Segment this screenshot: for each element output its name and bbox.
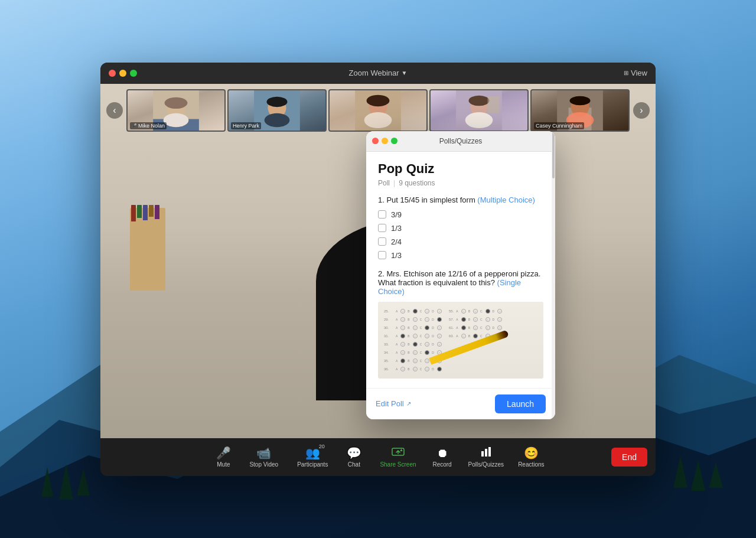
share-caret[interactable]: ▲: [399, 448, 403, 452]
thumbnail-name-mike: 🎤 Mike Nolan: [130, 122, 167, 129]
participants-button[interactable]: 👥 20 Participants: [290, 444, 335, 470]
participants-label: Participants: [297, 461, 328, 468]
chat-icon: 💬: [347, 446, 361, 460]
svg-point-21: [364, 112, 392, 128]
record-icon: ⏺: [436, 446, 448, 460]
video-icon: 📹 ▲: [256, 446, 271, 460]
thumbnail-mike-nolan[interactable]: 🎤 Mike Nolan: [126, 89, 226, 132]
mute-caret[interactable]: ▲: [226, 447, 230, 451]
thumbnail-person-3[interactable]: [328, 89, 428, 132]
stop-video-label: Stop Video: [249, 461, 278, 468]
thumbnail-casey-cunningham[interactable]: Casey Cunningham: [530, 89, 630, 132]
polls-icon: [480, 446, 492, 460]
polls-quizzes-modal: Polls/Quizzes Pop Quiz Poll | 9 question…: [366, 131, 555, 419]
checkbox-2[interactable]: [378, 224, 386, 232]
maximize-button[interactable]: [130, 70, 137, 77]
modal-minimize-button[interactable]: [382, 138, 388, 144]
mute-button[interactable]: 🎤 ▲ Mute: [204, 444, 242, 470]
launch-button[interactable]: Launch: [495, 394, 546, 413]
svg-marker-3: [41, 467, 53, 497]
svg-point-17: [265, 113, 290, 126]
checkbox-3[interactable]: [378, 237, 386, 246]
view-button[interactable]: ⊞ View: [624, 69, 647, 77]
svg-rect-35: [488, 447, 491, 457]
svg-rect-33: [481, 451, 484, 457]
modal-body: Pop Quiz Poll | 9 questions 1. Put 15/45…: [366, 152, 555, 388]
poll-meta-separator: |: [393, 179, 395, 187]
svg-point-12: [165, 97, 188, 108]
svg-rect-34: [485, 449, 487, 457]
svg-point-13: [164, 113, 189, 126]
record-button[interactable]: ⏺ Record: [423, 444, 461, 470]
end-button[interactable]: End: [611, 448, 647, 467]
answer-option-2[interactable]: 1/3: [378, 224, 543, 233]
prev-arrow[interactable]: ‹: [106, 102, 123, 119]
thumbnail-henry-park[interactable]: Henry Park: [227, 89, 327, 132]
svg-point-24: [469, 95, 490, 105]
polls-quizzes-label: Polls/Quizzes: [468, 461, 504, 468]
minimize-button[interactable]: [119, 70, 126, 77]
external-link-icon: ↗: [406, 400, 411, 407]
modal-titlebar: Polls/Quizzes: [366, 131, 555, 152]
quiz-title: Pop Quiz: [378, 161, 543, 177]
traffic-lights: [109, 70, 137, 77]
share-screen-button[interactable]: ▲ Share Screen: [373, 444, 423, 470]
title-bar: Zoom Webinar ▼ ⊞ View: [100, 63, 656, 84]
chat-label: Chat: [348, 461, 360, 468]
svg-marker-7: [691, 460, 705, 491]
close-button[interactable]: [109, 70, 116, 77]
svg-marker-5: [77, 468, 90, 495]
checkbox-4[interactable]: [378, 251, 386, 259]
edit-poll-label: Edit Poll: [376, 399, 404, 408]
answer-option-4[interactable]: 1/3: [378, 251, 543, 260]
question-2-text: 2. Mrs. Etchison ate 12/16 of a pepperon…: [378, 269, 543, 296]
modal-maximize-button[interactable]: [391, 138, 397, 144]
svg-point-16: [267, 96, 288, 106]
thumbnail-strip: ‹ 🎤 Mike Nolan: [100, 84, 656, 137]
title-dropdown-icon[interactable]: ▼: [402, 70, 408, 76]
modal-close-button[interactable]: [372, 138, 379, 144]
svg-marker-8: [709, 462, 723, 488]
mic-icon: 🎤 ▲: [216, 446, 231, 460]
toolbar: 🎤 ▲ Mute 📹 ▲ Stop Video 👥 20 Partici: [100, 438, 656, 476]
window-title-area: Zoom Webinar ▼: [349, 69, 408, 77]
next-arrow[interactable]: ›: [633, 102, 650, 119]
video-caret[interactable]: ▲: [266, 447, 270, 451]
reactions-label: Reactions: [518, 461, 544, 468]
stop-video-button[interactable]: 📹 ▲ Stop Video: [242, 444, 285, 470]
share-screen-label: Share Screen: [380, 461, 416, 468]
record-label: Record: [432, 461, 451, 468]
zoom-window: Zoom Webinar ▼ ⊞ View ‹: [100, 63, 656, 476]
modal-title: Polls/Quizzes: [439, 137, 483, 145]
mute-label: Mute: [217, 461, 230, 468]
thumbnail-name-casey: Casey Cunningham: [534, 122, 584, 129]
svg-point-25: [465, 112, 493, 128]
checkbox-1[interactable]: [378, 210, 386, 219]
svg-marker-6: [673, 455, 687, 488]
poll-meta: Poll | 9 questions: [378, 179, 543, 187]
svg-point-20: [367, 94, 390, 106]
chat-button[interactable]: 💬 Chat: [335, 444, 373, 470]
edit-poll-link[interactable]: Edit Poll ↗: [376, 399, 411, 408]
polls-quizzes-button[interactable]: Polls/Quizzes: [461, 444, 511, 470]
question-2: 2. Mrs. Etchison ate 12/16 of a pepperon…: [378, 269, 543, 379]
reactions-button[interactable]: 😊 Reactions: [511, 444, 551, 470]
quiz-image: 25. A○ B C○ D○ 55. A○ B○ C: [378, 302, 543, 379]
question-1: 1. Put 15/45 in simplest form (Multiple …: [378, 195, 543, 260]
modal-traffic-lights: [372, 138, 397, 144]
poll-label: Poll: [378, 179, 390, 187]
answer-option-3[interactable]: 2/4: [378, 237, 543, 246]
thumbnail-person-4[interactable]: [429, 89, 529, 132]
bookshelf: [130, 208, 165, 291]
svg-rect-26: [488, 96, 499, 113]
participants-icon: 👥 20: [305, 446, 320, 460]
questions-count: 9 questions: [399, 179, 435, 187]
thumbnail-name-henry: Henry Park: [231, 122, 261, 129]
answer-option-1[interactable]: 3/9: [378, 210, 543, 219]
svg-point-30: [570, 96, 591, 105]
window-title: Zoom Webinar: [349, 69, 399, 77]
share-screen-icon: ▲: [392, 446, 405, 460]
reactions-icon: 😊: [524, 446, 539, 460]
modal-footer: Edit Poll ↗ Launch: [366, 388, 555, 419]
video-area: ‹ 🎤 Mike Nolan: [100, 84, 656, 438]
